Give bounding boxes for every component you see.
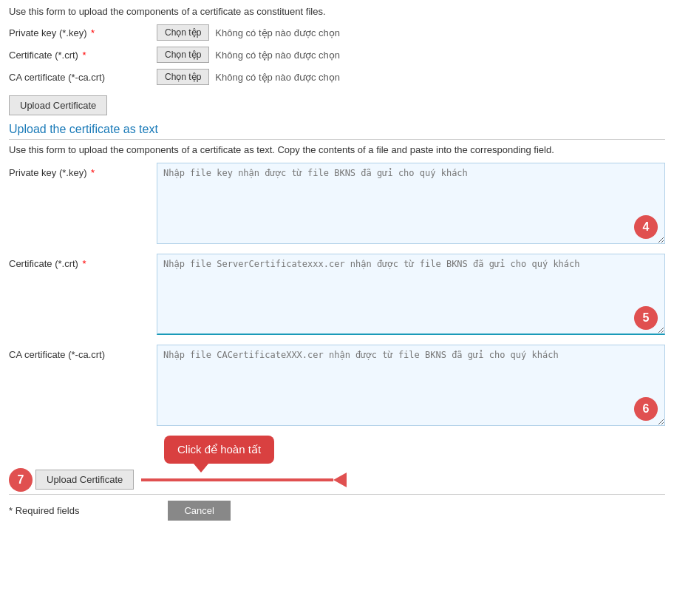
ca-certificate-wrapper: 6 — [157, 345, 665, 428]
text-row-private-key: Private key (*.key) * 4 — [9, 163, 665, 246]
label-private-key-text: Private key (*.key) * — [9, 163, 157, 178]
private-key-wrapper: 4 — [157, 163, 665, 246]
arrow-line: Upload Certificate — [35, 470, 347, 490]
file-row-certificate: Certificate (*.crt) * Chọn tệp Không có … — [9, 47, 665, 63]
file-row-private-key: Private key (*.key) * Chọn tệp Không có … — [9, 24, 665, 41]
choose-file-btn-ca-certificate[interactable]: Chọn tệp — [157, 69, 209, 85]
required-fields-note: * Required fields — [9, 505, 79, 516]
choose-file-btn-certificate[interactable]: Chọn tệp — [157, 47, 209, 63]
required-star-1: * — [91, 27, 95, 38]
certificate-wrapper: 5 — [157, 254, 665, 337]
file-info-ca-certificate: Không có tệp nào được chọn — [215, 72, 340, 83]
file-info-certificate: Không có tệp nào được chọn — [215, 50, 340, 61]
step-badge-7: 7 — [9, 468, 33, 492]
arrow-shaft — [141, 478, 333, 481]
choose-file-btn-private-key[interactable]: Chọn tệp — [157, 24, 209, 41]
ca-certificate-textarea[interactable] — [157, 345, 665, 426]
file-upload-section: Private key (*.key) * Chọn tệp Không có … — [9, 24, 665, 123]
text-upload-section: Private key (*.key) * 4 Certificate (*.c… — [9, 163, 665, 428]
text-row-certificate: Certificate (*.crt) * 5 — [9, 254, 665, 337]
file-row-ca-certificate: CA certificate (*-ca.crt) Chọn tệp Không… — [9, 69, 665, 85]
file-section-intro: Use this form to upload the components o… — [9, 6, 665, 17]
tooltip-bubble: Click để hoàn tất — [164, 436, 274, 464]
step-badge-5: 5 — [634, 306, 658, 330]
text-section-title: Upload the certificate as text — [9, 123, 665, 140]
label-certificate-text: Certificate (*.crt) * — [9, 254, 157, 269]
upload-certificate-btn-text[interactable]: Upload Certificate — [35, 470, 134, 490]
upload-certificate-btn-file[interactable]: Upload Certificate — [9, 95, 107, 115]
text-row-ca-certificate: CA certificate (*-ca.crt) 6 — [9, 345, 665, 428]
file-info-private-key: Không có tệp nào được chọn — [215, 27, 340, 38]
footer: * Required fields Cancel — [9, 494, 665, 521]
label-ca-certificate-file: CA certificate (*-ca.crt) — [9, 72, 157, 83]
required-star-4: * — [83, 258, 86, 269]
arrow-row: 7 Upload Certificate — [9, 470, 665, 490]
step-badge-6: 6 — [634, 397, 658, 421]
step-badge-4: 4 — [634, 215, 658, 239]
label-private-key-file: Private key (*.key) * — [9, 27, 157, 38]
text-section-intro: Use this form to upload the components o… — [9, 144, 665, 155]
cancel-button[interactable]: Cancel — [168, 501, 230, 521]
label-certificate-file: Certificate (*.crt) * — [9, 50, 157, 61]
required-star-2: * — [83, 50, 86, 61]
label-ca-certificate-text: CA certificate (*-ca.crt) — [9, 345, 157, 360]
required-star-3: * — [91, 167, 95, 178]
private-key-textarea[interactable] — [157, 163, 665, 244]
arrow-head-icon — [333, 473, 347, 487]
certificate-textarea[interactable] — [157, 254, 665, 335]
